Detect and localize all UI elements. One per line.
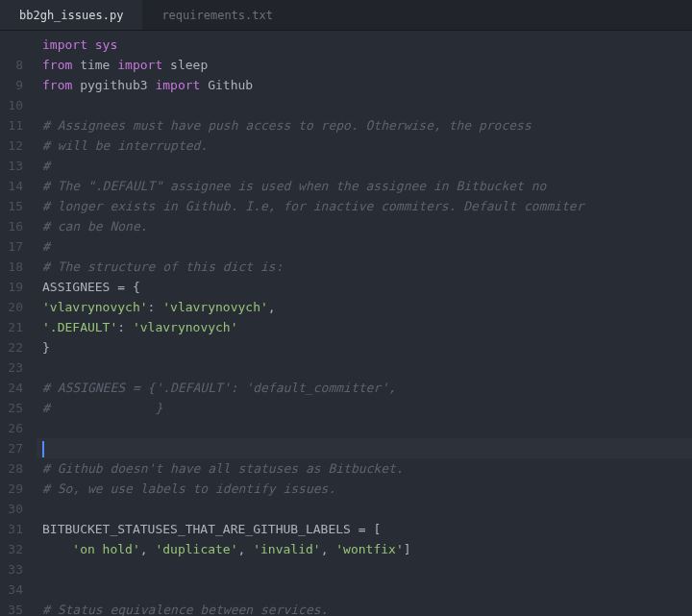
code-line[interactable]: # — [42, 156, 692, 176]
code-area[interactable]: import sysfrom time import sleepfrom pyg… — [37, 31, 692, 616]
code-line[interactable] — [42, 499, 692, 519]
code-line[interactable] — [42, 579, 692, 600]
line-number: 15 — [8, 196, 23, 216]
token-comment: # longer exists in Github. I.e, for inac… — [42, 199, 584, 213]
text-cursor — [42, 441, 44, 457]
token-comment: # can be None. — [42, 219, 148, 234]
code-line[interactable]: # — [42, 236, 692, 257]
code-line[interactable] — [42, 95, 692, 115]
token-punct: ] — [404, 542, 411, 556]
token-k-import: import — [155, 78, 200, 92]
token-str: 'on hold' — [72, 542, 139, 556]
code-line[interactable]: '.DEFAULT': 'vlavrynovych' — [42, 317, 692, 337]
code-editor[interactable]: 8910111213141516171819202122232425262728… — [0, 31, 692, 616]
tab-bar: bb2gh_issues.py requirements.txt — [0, 0, 692, 31]
token-punct: : — [117, 320, 133, 334]
token-k-from: from — [42, 78, 72, 92]
code-line[interactable]: # Github doesn't have all statuses as Bi… — [42, 458, 692, 479]
token-str: 'vlavrynovych' — [133, 320, 238, 334]
tab-label: requirements.txt — [161, 9, 273, 22]
token-comment: # Status equivalence between services. — [42, 603, 328, 616]
token-comment: # Github doesn't have all statuses as Bi… — [42, 461, 404, 476]
token-k-import: import — [117, 58, 162, 72]
tab-active[interactable]: bb2gh_issues.py — [0, 0, 142, 30]
line-number — [8, 35, 23, 55]
token-comment: # ASSIGNEES = {'.DEFAULT': 'default_comm… — [42, 381, 396, 395]
token-punct: : — [148, 300, 163, 314]
token-str: 'invalid' — [253, 542, 320, 556]
token-str: '.DEFAULT' — [42, 320, 117, 334]
token-comment: # The structure of this dict is: — [42, 259, 283, 274]
code-line[interactable] — [42, 559, 692, 579]
token-plain: ASSIGNEES — [42, 280, 117, 294]
code-line[interactable]: # The ".DEFAULT" assignee is used when t… — [42, 176, 692, 196]
line-number: 14 — [8, 176, 23, 196]
token-str: 'vlavrynovych' — [162, 300, 268, 314]
token-plain: sleep — [162, 58, 208, 72]
token-k-from: from — [42, 58, 72, 72]
token-comment: # will be interrupted. — [42, 138, 208, 153]
line-number: 31 — [8, 519, 23, 539]
token-str: 'vlavrynovych' — [42, 300, 148, 314]
line-number: 16 — [8, 216, 23, 236]
token-str: 'wontfix' — [335, 542, 403, 556]
code-line[interactable]: ASSIGNEES = { — [42, 277, 692, 297]
token-plain: Github — [200, 78, 253, 92]
line-number: 32 — [8, 539, 23, 559]
line-number: 28 — [8, 458, 23, 479]
token-plain — [42, 542, 72, 556]
code-line[interactable]: # longer exists in Github. I.e, for inac… — [42, 196, 692, 216]
code-line[interactable] — [37, 438, 692, 458]
code-line[interactable]: from pygithub3 import Github — [42, 75, 692, 95]
line-number: 24 — [8, 378, 23, 398]
code-line[interactable]: import sys — [42, 35, 692, 55]
line-number: 25 — [8, 398, 23, 418]
code-line[interactable]: # The structure of this dict is: — [42, 257, 692, 277]
token-str: 'duplicate' — [155, 542, 237, 556]
code-line[interactable]: # ASSIGNEES = {'.DEFAULT': 'default_comm… — [42, 378, 692, 398]
token-punct: , — [140, 542, 156, 556]
code-line[interactable]: # So, we use labels to identify issues. — [42, 479, 692, 499]
line-number: 8 — [8, 55, 23, 75]
line-number: 21 — [8, 317, 23, 337]
code-line[interactable]: # Status equivalence between services. — [42, 600, 692, 616]
token-punct: , — [321, 542, 336, 556]
tab-label: bb2gh_issues.py — [19, 9, 123, 22]
code-line[interactable]: } — [42, 337, 692, 357]
code-line[interactable]: # can be None. — [42, 216, 692, 236]
line-number: 9 — [8, 75, 23, 95]
token-punct: = [ — [358, 522, 381, 536]
code-line[interactable] — [42, 418, 692, 438]
token-plain: time — [72, 58, 117, 72]
code-line[interactable]: 'on hold', 'duplicate', 'invalid', 'wont… — [42, 539, 692, 559]
code-line[interactable]: # Assignees must have push access to rep… — [42, 115, 692, 136]
tab-inactive[interactable]: requirements.txt — [142, 0, 292, 30]
line-number: 19 — [8, 277, 23, 297]
code-line[interactable]: 'vlavrynovych': 'vlavrynovych', — [42, 297, 692, 317]
code-line[interactable]: from time import sleep — [42, 55, 692, 75]
line-number: 23 — [8, 357, 23, 378]
line-number: 33 — [8, 559, 23, 579]
token-punct: , — [268, 300, 276, 314]
line-number: 34 — [8, 579, 23, 600]
token-plain: BITBUCKET_STATUSES_THAT_ARE_GITHUB_LABEL… — [42, 522, 358, 536]
code-line[interactable]: # will be interrupted. — [42, 136, 692, 156]
token-punct: , — [238, 542, 254, 556]
line-number: 12 — [8, 136, 23, 156]
code-line[interactable] — [42, 357, 692, 378]
code-line[interactable]: BITBUCKET_STATUSES_THAT_ARE_GITHUB_LABEL… — [42, 519, 692, 539]
token-punct: } — [42, 340, 50, 355]
line-number: 10 — [8, 95, 23, 115]
line-number: 26 — [8, 418, 23, 438]
token-comment: # The ".DEFAULT" assignee is used when t… — [42, 179, 546, 193]
line-number: 18 — [8, 257, 23, 277]
code-line[interactable]: # } — [42, 398, 692, 418]
token-plain: pygithub3 — [72, 78, 155, 92]
line-number: 20 — [8, 297, 23, 317]
token-punct: = { — [117, 280, 139, 294]
line-number: 35 — [8, 600, 23, 616]
token-comment: # Assignees must have push access to rep… — [42, 118, 531, 133]
line-number: 27 — [8, 438, 23, 458]
token-comment: # — [42, 159, 50, 173]
line-number: 30 — [8, 499, 23, 519]
